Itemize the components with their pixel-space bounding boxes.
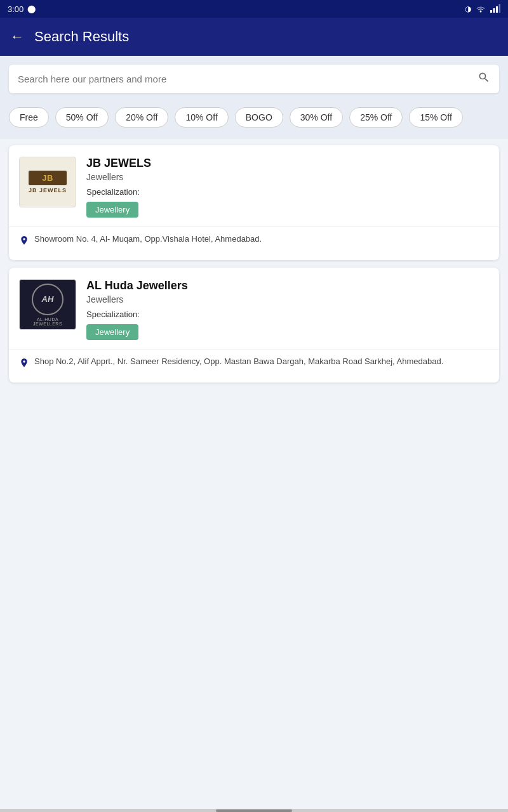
specialization-label: Specialization: — [86, 310, 489, 319]
filter-chip-free[interactable]: Free — [9, 107, 49, 128]
svg-rect-1 — [493, 8, 495, 13]
search-input[interactable] — [18, 74, 478, 84]
signal-icon — [490, 4, 500, 15]
svg-rect-0 — [490, 10, 492, 13]
app-bar: ← Search Results — [0, 18, 508, 56]
filter-chip-20off[interactable]: 20% Off — [115, 107, 168, 128]
results-list: JB JB JEWELS JB JEWELS Jewellers Special… — [0, 139, 508, 389]
page-title: Search Results — [34, 29, 129, 45]
business-address-jb-jewels: Showroom No. 4, Al- Muqam, Opp.Vishala H… — [9, 226, 499, 260]
filter-chip-15off[interactable]: 15% Off — [409, 107, 462, 128]
location-icon — [19, 357, 29, 374]
bottom-indicator — [216, 809, 292, 812]
business-card-al-huda[interactable]: AH AL-HUDAJEWELLERS AL Huda Jewellers Je… — [9, 268, 499, 383]
search-bar[interactable] — [9, 65, 499, 93]
filter-chips-container: Free 50% Off 20% Off 10% Off BOGO 30% Of… — [0, 102, 508, 139]
business-name: JB JEWELS — [86, 157, 489, 170]
status-time: 3:00 — [8, 4, 23, 14]
filter-chip-30off[interactable]: 30% Off — [290, 107, 343, 128]
specialization-badge: Jewellery — [86, 202, 138, 218]
business-logo-jb-jewels: JB JB JEWELS — [19, 157, 76, 207]
wifi-icon — [475, 4, 486, 15]
business-address-al-huda: Shop No.2, Alif Apprt., Nr. Sameer Resid… — [9, 349, 499, 383]
bottom-navigation-bar — [0, 809, 508, 812]
record-icon: ⬤ — [27, 4, 36, 13]
address-text: Showroom No. 4, Al- Muqam, Opp.Vishala H… — [34, 233, 262, 245]
search-icon[interactable] — [478, 71, 490, 87]
specialization-badge: Jewellery — [86, 324, 138, 340]
business-info-jb-jewels: JB JEWELS Jewellers Specialization: Jewe… — [86, 157, 489, 218]
search-container — [0, 56, 508, 102]
location-icon — [19, 234, 29, 251]
svg-rect-3 — [499, 4, 501, 13]
brightness-icon: ◑ — [465, 4, 471, 13]
back-button[interactable]: ← — [10, 29, 24, 45]
filter-chip-10off[interactable]: 10% Off — [175, 107, 228, 128]
filter-chip-50off[interactable]: 50% Off — [55, 107, 109, 128]
business-category: Jewellers — [86, 294, 489, 304]
specialization-label: Specialization: — [86, 187, 489, 197]
address-text: Shop No.2, Alif Apprt., Nr. Sameer Resid… — [34, 356, 443, 367]
business-card-jb-jewels[interactable]: JB JB JEWELS JB JEWELS Jewellers Special… — [9, 145, 499, 260]
business-info-al-huda: AL Huda Jewellers Jewellers Specializati… — [86, 279, 489, 340]
filter-chip-bogo[interactable]: BOGO — [235, 107, 283, 128]
business-category: Jewellers — [86, 172, 489, 182]
business-name: AL Huda Jewellers — [86, 279, 489, 292]
filter-chip-25off[interactable]: 25% Off — [349, 107, 403, 128]
svg-rect-2 — [496, 6, 498, 13]
status-bar: 3:00 ⬤ ◑ — [0, 0, 508, 18]
business-logo-al-huda: AH AL-HUDAJEWELLERS — [19, 279, 76, 330]
